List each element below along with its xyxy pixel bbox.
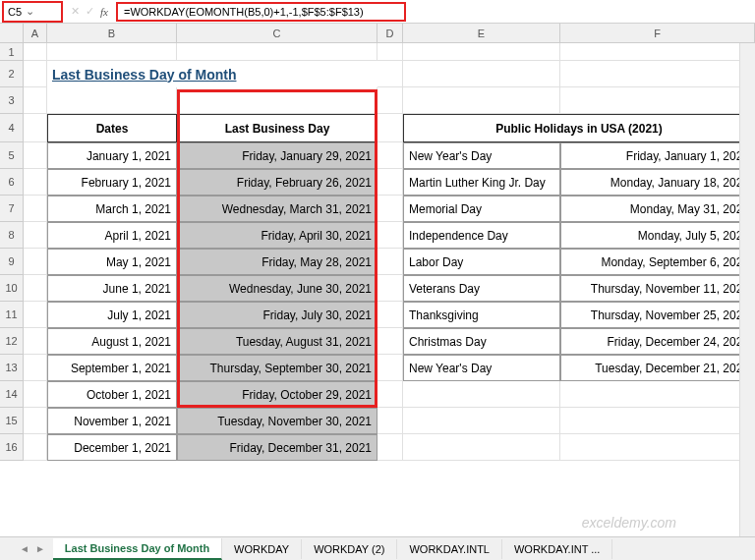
date-cell[interactable]: March 1, 2021: [47, 196, 177, 222]
formula-input[interactable]: =WORKDAY(EOMONTH(B5,0)+1,-1,$F$5:$F$13): [116, 2, 406, 22]
holiday-name[interactable]: New Year's Day: [403, 355, 560, 381]
vertical-scrollbar[interactable]: [739, 43, 755, 536]
cell[interactable]: [24, 249, 47, 275]
lbd-cell[interactable]: Friday, July 30, 2021: [177, 302, 378, 328]
holiday-name[interactable]: Memorial Day: [403, 196, 560, 222]
cell[interactable]: [378, 87, 403, 114]
row-header[interactable]: 12: [0, 328, 24, 355]
cell[interactable]: [378, 434, 403, 461]
cell[interactable]: [24, 434, 47, 461]
lbd-cell[interactable]: Thursday, September 30, 2021: [177, 355, 378, 381]
cell[interactable]: [24, 222, 47, 249]
holiday-date[interactable]: Monday, September 6, 2021: [560, 249, 755, 275]
header-dates[interactable]: Dates: [47, 114, 177, 142]
date-cell[interactable]: July 1, 2021: [47, 302, 177, 328]
sheet-tab[interactable]: WORKDAY.INT ...: [502, 539, 612, 559]
row-header[interactable]: 10: [0, 275, 24, 302]
lbd-cell[interactable]: Friday, April 30, 2021: [177, 222, 378, 249]
row-header[interactable]: 6: [0, 169, 24, 196]
cell[interactable]: [560, 434, 755, 461]
holiday-date[interactable]: Monday, May 31, 2021: [560, 196, 755, 222]
cell[interactable]: [378, 43, 403, 61]
row-header[interactable]: 2: [0, 61, 24, 87]
lbd-cell[interactable]: Tuesday, August 31, 2021: [177, 328, 378, 355]
row-header[interactable]: 3: [0, 87, 24, 114]
cell[interactable]: [378, 61, 403, 87]
cell[interactable]: [378, 114, 403, 142]
row-header[interactable]: 1: [0, 43, 24, 61]
cell[interactable]: [24, 87, 47, 114]
holiday-date[interactable]: Friday, December 24, 2021: [560, 328, 755, 355]
date-cell[interactable]: August 1, 2021: [47, 328, 177, 355]
sheet-tab-active[interactable]: Last Business Day of Month: [53, 538, 222, 560]
holiday-date[interactable]: Thursday, November 11, 2021: [560, 275, 755, 302]
sheet-tab[interactable]: WORKDAY: [222, 539, 302, 559]
row-header[interactable]: 4: [0, 114, 24, 142]
col-header-F[interactable]: F: [560, 24, 755, 42]
cell[interactable]: [378, 328, 403, 355]
fx-icon[interactable]: fx: [100, 6, 108, 18]
date-cell[interactable]: April 1, 2021: [47, 222, 177, 249]
cell[interactable]: [177, 43, 378, 61]
cell[interactable]: [560, 381, 755, 408]
date-cell[interactable]: June 1, 2021: [47, 275, 177, 302]
cell[interactable]: [24, 381, 47, 408]
page-title[interactable]: Last Business Day of Month: [47, 61, 378, 87]
holiday-name[interactable]: Veterans Day: [403, 275, 560, 302]
row-header[interactable]: 8: [0, 222, 24, 249]
cell[interactable]: [378, 169, 403, 196]
holiday-name[interactable]: New Year's Day: [403, 142, 560, 169]
date-cell[interactable]: November 1, 2021: [47, 408, 177, 434]
header-lbd[interactable]: Last Business Day: [177, 114, 378, 142]
tab-prev-icon[interactable]: ◄: [20, 543, 29, 554]
cells-area[interactable]: Last Business Day of Month Dates Last Bu…: [24, 43, 755, 461]
cell[interactable]: [24, 355, 47, 381]
col-header-A[interactable]: A: [24, 24, 47, 42]
header-holidays[interactable]: Public Holidays in USA (2021): [403, 114, 755, 142]
cell[interactable]: [24, 61, 47, 87]
lbd-cell[interactable]: Tuesday, November 30, 2021: [177, 408, 378, 434]
row-header[interactable]: 5: [0, 142, 24, 169]
cell[interactable]: [378, 222, 403, 249]
date-cell[interactable]: May 1, 2021: [47, 249, 177, 275]
row-header[interactable]: 13: [0, 355, 24, 381]
tab-next-icon[interactable]: ►: [35, 543, 45, 554]
cell[interactable]: [24, 196, 47, 222]
col-header-E[interactable]: E: [403, 24, 560, 42]
col-header-D[interactable]: D: [378, 24, 403, 42]
lbd-cell[interactable]: Friday, January 29, 2021: [177, 142, 378, 169]
name-box[interactable]: C5 ⌄: [2, 1, 63, 23]
cell[interactable]: [403, 434, 560, 461]
holiday-date[interactable]: Monday, January 18, 2021: [560, 169, 755, 196]
date-cell[interactable]: December 1, 2021: [47, 434, 177, 461]
cell[interactable]: [378, 196, 403, 222]
cell[interactable]: [378, 381, 403, 408]
cell[interactable]: [47, 43, 177, 61]
holiday-name[interactable]: Independence Day: [403, 222, 560, 249]
cell[interactable]: [560, 87, 755, 114]
date-cell[interactable]: September 1, 2021: [47, 355, 177, 381]
tab-nav[interactable]: ◄ ►: [20, 543, 53, 554]
cell[interactable]: [24, 169, 47, 196]
cell[interactable]: [403, 408, 560, 434]
cell[interactable]: [24, 302, 47, 328]
holiday-date[interactable]: Thursday, November 25, 2021: [560, 302, 755, 328]
lbd-cell[interactable]: Wednesday, March 31, 2021: [177, 196, 378, 222]
name-box-dropdown-icon[interactable]: ⌄: [22, 5, 37, 18]
cell[interactable]: [403, 43, 560, 61]
holiday-date[interactable]: Friday, January 1, 2021: [560, 142, 755, 169]
lbd-cell[interactable]: Friday, October 29, 2021: [177, 381, 378, 408]
cell[interactable]: [378, 408, 403, 434]
row-header[interactable]: 9: [0, 249, 24, 275]
date-cell[interactable]: February 1, 2021: [47, 169, 177, 196]
lbd-cell[interactable]: Friday, December 31, 2021: [177, 434, 378, 461]
cell[interactable]: [177, 87, 378, 114]
holiday-name[interactable]: Martin Luther King Jr. Day: [403, 169, 560, 196]
row-header[interactable]: 11: [0, 302, 24, 328]
sheet-tab[interactable]: WORKDAY.INTL: [397, 539, 502, 559]
cell[interactable]: [24, 43, 47, 61]
cell[interactable]: [378, 142, 403, 169]
col-header-C[interactable]: C: [177, 24, 378, 42]
cell[interactable]: [378, 275, 403, 302]
cell[interactable]: [24, 142, 47, 169]
